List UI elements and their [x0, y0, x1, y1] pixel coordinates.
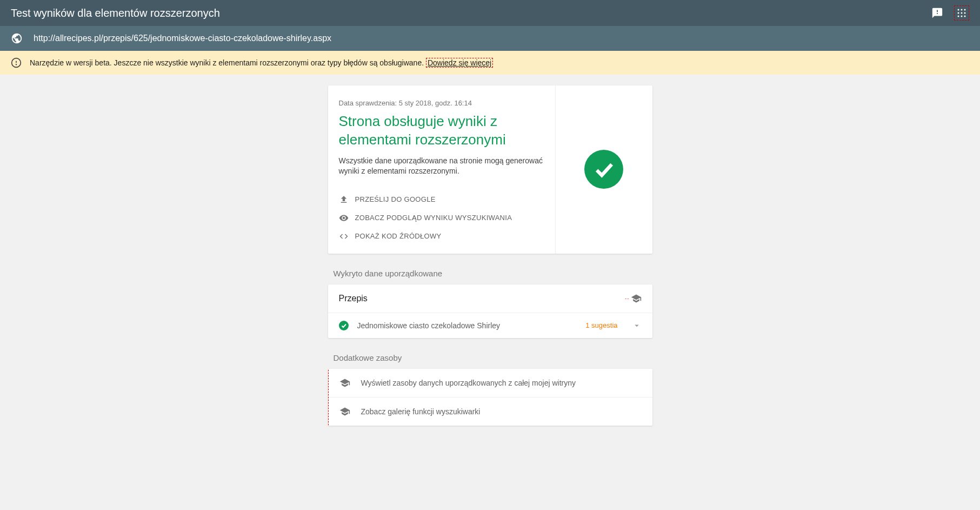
result-card-left: Data sprawdzenia: 5 sty 2018, godz. 16:1…: [328, 85, 555, 254]
chevron-down-icon[interactable]: [632, 321, 642, 330]
globe-icon: [11, 32, 23, 44]
svg-point-3: [958, 12, 959, 14]
beta-banner: Narzędzie w wersji beta. Jeszcze nie wsz…: [0, 51, 980, 75]
resource-row2-label: Zobacz galerię funkcji wyszukiwarki: [361, 407, 481, 416]
result-card-right: [555, 85, 652, 254]
svg-point-1: [961, 9, 963, 11]
submit-to-google-button[interactable]: PRZEŚLIJ DO GOOGLE: [339, 190, 544, 209]
school-icon: [339, 406, 350, 417]
resource-site-data[interactable]: Wyświetl zasoby danych uporządkowanych z…: [329, 369, 652, 398]
structured-data-row[interactable]: Jednomiskowe ciasto czekoladowe Shirley …: [328, 313, 652, 338]
svg-point-2: [964, 9, 966, 11]
page-title: Test wyników dla elementów rozszerzonych: [11, 7, 220, 19]
success-check-icon: [584, 150, 623, 189]
check-timestamp: Data sprawdzenia: 5 sty 2018, godz. 16:1…: [339, 99, 544, 107]
svg-point-7: [961, 16, 963, 17]
upload-icon: [339, 195, 349, 204]
structured-data-card: Przepis - - Jednomiskowe ciasto czekolad…: [328, 284, 652, 338]
svg-point-6: [958, 16, 959, 17]
info-icon: [11, 57, 22, 68]
resource-gallery[interactable]: Zobacz galerię funkcji wyszukiwarki: [329, 398, 652, 426]
result-description: Wszystkie dane uporządkowane na stronie …: [339, 156, 544, 177]
row-check-icon: [339, 321, 349, 330]
code-icon: [339, 231, 349, 241]
header-icons: [931, 5, 969, 21]
school-icon: [339, 377, 350, 388]
resource-row1-label: Wyświetl zasoby danych uporządkowanych z…: [361, 379, 576, 387]
structured-type: Przepis: [339, 294, 368, 303]
item-title: Jednomiskowe ciasto czekoladowe Shirley: [357, 321, 577, 330]
svg-point-5: [964, 12, 966, 14]
banner-message: Narzędzie w wersji beta. Jeszcze nie wsz…: [30, 58, 426, 67]
header-corner: - -: [625, 293, 641, 304]
svg-point-11: [16, 64, 17, 65]
submit-label: PRZEŚLIJ DO GOOGLE: [355, 195, 436, 203]
apps-icon[interactable]: [954, 5, 969, 21]
show-source-button[interactable]: POKAŻ KOD ŹRÓDŁOWY: [339, 227, 544, 246]
svg-point-4: [961, 12, 963, 14]
resources-label: Dodatkowe zasoby: [334, 353, 652, 362]
svg-point-8: [964, 16, 966, 17]
learn-more-link[interactable]: Dowiedz się więcej: [426, 58, 493, 68]
header-top: Test wyników dla elementów rozszerzonych: [0, 0, 980, 26]
school-icon[interactable]: [631, 293, 642, 304]
result-card: Data sprawdzenia: 5 sty 2018, godz. 16:1…: [328, 85, 652, 254]
corner-dots-icon: - -: [625, 295, 628, 301]
result-headline: Strona obsługuje wyniki z elementami roz…: [339, 112, 544, 149]
resources-card: Wyświetl zasoby danych uporządkowanych z…: [328, 369, 652, 426]
banner-text: Narzędzie w wersji beta. Jeszcze nie wsz…: [30, 58, 493, 67]
header-url-bar: http://allrecipes.pl/przepis/625/jednomi…: [0, 26, 980, 51]
eye-icon: [339, 213, 349, 223]
feedback-icon[interactable]: [931, 7, 943, 19]
preview-result-button[interactable]: ZOBACZ PODGLĄD WYNIKU WYSZUKIWANIA: [339, 209, 544, 227]
main-content: Data sprawdzenia: 5 sty 2018, godz. 16:1…: [328, 85, 652, 426]
svg-point-0: [958, 9, 959, 11]
preview-label: ZOBACZ PODGLĄD WYNIKU WYSZUKIWANIA: [355, 214, 512, 222]
structured-data-label: Wykryto dane uporządkowane: [334, 269, 652, 278]
source-label: POKAŻ KOD ŹRÓDŁOWY: [355, 232, 442, 240]
structured-data-header[interactable]: Przepis - -: [328, 284, 652, 313]
tested-url[interactable]: http://allrecipes.pl/przepis/625/jednomi…: [34, 34, 331, 43]
suggestion-badge: 1 sugestia: [585, 321, 617, 329]
